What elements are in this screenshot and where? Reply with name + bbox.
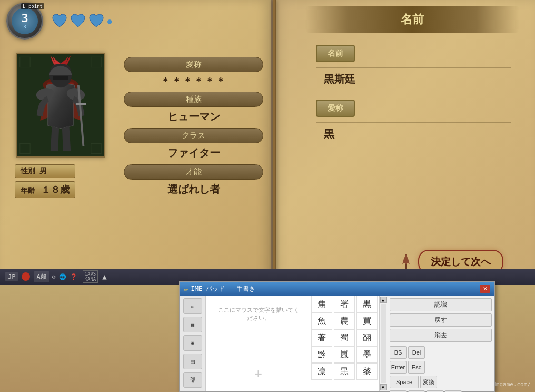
- heart-count: ●: [107, 17, 112, 25]
- ime-undo-btn[interactable]: 戻す: [390, 313, 492, 327]
- right-title-area: 名前: [305, 6, 519, 33]
- nickname-section: 愛称 黒: [316, 100, 511, 141]
- name-section: 名前 黒斯廷: [316, 45, 511, 86]
- ime-char-shu2[interactable]: 蜀: [334, 329, 355, 346]
- ime-bs-key[interactable]: BS: [390, 346, 407, 359]
- ime-char-kuro1[interactable]: 黒: [356, 296, 378, 312]
- character-svg: [17, 54, 104, 156]
- ime-title: ✏ IME パッド - 手書き: [184, 285, 255, 293]
- ime-key-row2: Enter Esc: [390, 361, 492, 374]
- right-content: 名前 黒斯廷 愛称 黒: [300, 40, 527, 157]
- ime-convert-key[interactable]: 変換: [420, 376, 437, 388]
- ime-scrollbar: ▲ ▼: [380, 296, 387, 391]
- ime-char-storm[interactable]: 嵐: [334, 346, 355, 363]
- ime-titlebar: ✏ IME パッド - 手書き ✕: [180, 282, 494, 296]
- ime-char-ink[interactable]: 墨: [356, 346, 378, 363]
- heart-3: [88, 13, 105, 29]
- level-number: 3: [21, 13, 28, 24]
- ime-char-farm[interactable]: 農: [334, 312, 355, 329]
- ime-enter-key[interactable]: Enter: [390, 361, 407, 374]
- ime-tool-pencil[interactable]: ✏: [183, 298, 202, 314]
- ime-char-rei[interactable]: 黎: [356, 363, 378, 380]
- ime-char-buy[interactable]: 買: [356, 312, 378, 329]
- ime-char-kuro2[interactable]: 黒: [334, 363, 355, 380]
- status-area: 性別 男 年齢 １８歳: [15, 164, 75, 198]
- ime-toolbar: ✏ ▦ ⊞ 画 部: [180, 296, 206, 391]
- ime-recognize-btn[interactable]: 認識: [390, 298, 492, 311]
- taskbar-icon1: [21, 271, 31, 282]
- age-tag: 年齢 １８歳: [15, 181, 75, 198]
- ime-body: ✏ ▦ ⊞ 画 部 ここにマウスで文字を描いてください。 + 焦 署 黒 魚 農…: [180, 296, 494, 391]
- portrait-frame: [16, 53, 105, 158]
- nickname-label-box: 愛称: [316, 100, 355, 117]
- level-inner: 3 3: [12, 8, 38, 34]
- gender-tag: 性別 男: [15, 164, 75, 178]
- nickname-banner: 愛称: [124, 57, 263, 72]
- heart-1: [51, 13, 68, 29]
- ime-tool-table[interactable]: ⊞: [183, 335, 202, 351]
- ime-tool-part[interactable]: 部: [183, 372, 202, 388]
- ime-key-row1: BS Del: [390, 346, 492, 359]
- hud-area: L point 3 3 ●: [0, 0, 274, 42]
- ime-space-key[interactable]: Space: [390, 376, 419, 388]
- taskbar-extra: ⚙ 🌐 ❓: [52, 273, 77, 280]
- ime-actions: 認識 戻す 消去 BS Del Enter Esc Space 変換 ← → ↑: [387, 296, 494, 391]
- ime-char-rin[interactable]: 凛: [311, 363, 332, 380]
- ime-char-jiao[interactable]: 焦: [311, 296, 332, 312]
- svg-rect-10: [76, 103, 86, 105]
- svg-point-12: [22, 272, 30, 281]
- ime-char-shu1[interactable]: 署: [334, 296, 355, 312]
- book-spine: [273, 0, 276, 285]
- ime-crosshair: +: [254, 366, 262, 381]
- ime-close-button[interactable]: ✕: [480, 285, 490, 293]
- ime-esc-key[interactable]: Esc: [408, 361, 425, 374]
- ime-draw-area[interactable]: ここにマウスで文字を描いてください。 +: [206, 296, 311, 391]
- ime-char-qian[interactable]: 黔: [311, 346, 332, 363]
- talent-value: 選ばれし者: [124, 182, 263, 197]
- ime-char-trans[interactable]: 翻: [356, 329, 378, 346]
- taskbar-mode: A般: [34, 271, 49, 282]
- right-page-title: 名前: [305, 6, 519, 33]
- class-value: ファイター: [124, 146, 263, 160]
- nickname-display-value: 黒: [324, 127, 511, 141]
- ime-clear-btn[interactable]: 消去: [390, 329, 492, 342]
- ime-tool-grid[interactable]: ▦: [183, 317, 202, 332]
- ime-key-row3: Space 変換: [390, 376, 492, 388]
- ime-window: ✏ IME パッド - 手書き ✕ ✏ ▦ ⊞ 画 部 ここにマウスで文字を描い…: [179, 281, 495, 392]
- nickname-value: ＊＊＊＊＊＊: [124, 75, 263, 87]
- ime-char-fish[interactable]: 魚: [311, 312, 332, 329]
- ime-tool-draw[interactable]: 画: [183, 354, 202, 369]
- taskbar-jp: JP: [5, 272, 18, 281]
- ime-candidates: 焦 署 黒 魚 農 買 著 蜀 翻 黔 嵐 墨 凛 黒 黎: [311, 296, 380, 391]
- heart-2: [70, 13, 86, 29]
- char-info: 愛称 ＊＊＊＊＊＊ 種族 ヒューマン クラス ファイター 才能 選ばれし者: [124, 57, 263, 201]
- ime-char-write[interactable]: 著: [311, 329, 332, 346]
- taskbar-caps: CAPSKANA: [83, 270, 98, 283]
- talent-banner: 才能: [124, 164, 263, 180]
- class-banner: クラス: [124, 128, 263, 143]
- race-banner: 種族: [124, 92, 263, 107]
- ime-del-key[interactable]: Del: [408, 346, 425, 359]
- level-sub: 3: [23, 24, 26, 30]
- ime-scroll-down[interactable]: ▼: [380, 384, 387, 390]
- lpoint-label: L point: [21, 3, 44, 9]
- ime-scroll-up[interactable]: ▲: [380, 297, 387, 303]
- level-badge: L point 3 3: [6, 3, 43, 40]
- name-label-box: 名前: [316, 45, 355, 62]
- taskbar-arrow: ▲: [102, 272, 106, 281]
- ime-placeholder: ここにマウスで文字を描いてください。: [211, 301, 305, 327]
- name-display-value: 黒斯廷: [324, 72, 511, 86]
- hearts-area: ●: [51, 13, 112, 29]
- race-value: ヒューマン: [124, 110, 263, 124]
